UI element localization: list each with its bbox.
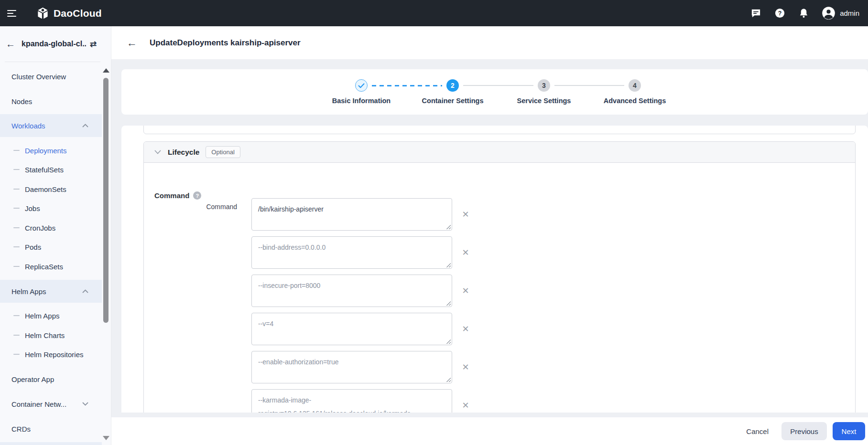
lifecycle-section-header[interactable]: Lifecycle Optional (144, 142, 855, 163)
sidebar-scroll-up-icon[interactable] (103, 68, 109, 73)
previous-button[interactable]: Previous (781, 422, 827, 440)
sidebar-scrollbar-thumb[interactable] (103, 78, 108, 323)
avatar (822, 6, 835, 20)
chevron-up-icon (82, 124, 88, 127)
sidebar-item-cronjobs[interactable]: CronJobs (0, 218, 102, 237)
page-title: UpdateDeployments kairship-apiserver (150, 38, 301, 48)
top-bar: DaoCloud ? (0, 0, 868, 26)
command-input-5[interactable]: --enable-authorization=true (251, 351, 452, 383)
sidebar-item-operator-app[interactable]: Operator App (0, 368, 102, 391)
step-label-basic-information: Basic Information (314, 97, 409, 105)
command-input-wrap: --karmada-image-registry=10.6.135.161/re… (251, 389, 452, 413)
remove-command-3-icon[interactable]: ✕ (460, 286, 471, 296)
optional-badge: Optional (206, 146, 240, 158)
command-input-6[interactable]: --karmada-image-registry=10.6.135.161/re… (251, 389, 452, 413)
lifecycle-section: Lifecycle Optional Command ? Command /bi… (143, 141, 856, 413)
command-input-wrap: --enable-authorization=true (251, 351, 452, 383)
remove-command-1-icon[interactable]: ✕ (460, 209, 471, 220)
cluster-back-icon[interactable]: ← (6, 39, 15, 50)
command-input-wrap: --v=4 (251, 313, 452, 345)
sidebar-item-workloads[interactable]: Workloads (0, 114, 102, 137)
command-input-wrap: --bind-address=0.0.0.0 (251, 236, 452, 269)
command-input-4[interactable]: --v=4 (251, 313, 452, 345)
step-connector (554, 85, 624, 86)
chevron-down-icon (82, 402, 88, 406)
command-group-title: Command ? (154, 191, 201, 200)
sidebar-item-helm-charts[interactable]: Helm Charts (0, 326, 102, 345)
sidebar-item-deployments[interactable]: Deployments (0, 141, 102, 160)
command-row-label: Command (161, 203, 237, 211)
sidebar: ← kpanda-global-cl... ⇄ Cluster Overview… (0, 26, 111, 445)
wizard-footer: Cancel Previous Next (111, 417, 868, 445)
menu-icon[interactable] (0, 0, 23, 26)
brand-name: DaoCloud (54, 8, 102, 19)
page-back-icon[interactable]: ← (127, 37, 137, 49)
chevron-down-icon (154, 150, 161, 154)
svg-text:?: ? (778, 10, 781, 17)
sidebar-cluster-header: ← kpanda-global-cl... ⇄ (0, 26, 111, 62)
sidebar-item-helm-repositories[interactable]: Helm Repositories (0, 345, 102, 364)
sidebar-item-crds[interactable]: CRDs (0, 417, 102, 440)
sidebar-divider (5, 62, 100, 62)
command-input-wrap: --insecure-port=8000 (251, 275, 452, 307)
stepper: 2 3 4 Basic Information Container Settin… (121, 69, 868, 115)
step-connector-done (372, 85, 442, 86)
messages-icon[interactable] (750, 8, 761, 19)
step-4-pending: 4 (629, 79, 641, 92)
cancel-button[interactable]: Cancel (740, 422, 774, 440)
step-label-container-settings: Container Settings (405, 97, 500, 105)
step-connector (463, 85, 533, 86)
sidebar-item-helm-apps-group[interactable]: Helm Apps (0, 280, 102, 303)
command-input-1[interactable]: /bin/kairship-apiserver (251, 198, 452, 231)
sidebar-item-pods[interactable]: Pods (0, 237, 102, 256)
command-input-wrap: /bin/kairship-apiserver (251, 198, 452, 231)
chevron-up-icon (82, 289, 88, 293)
daocloud-logo-icon (36, 7, 49, 20)
username: admin (840, 9, 859, 17)
help-icon[interactable]: ? (774, 8, 785, 19)
next-button[interactable]: Next (833, 422, 865, 440)
remove-command-2-icon[interactable]: ✕ (460, 247, 471, 258)
sidebar-item-cluster-overview[interactable]: Cluster Overview (0, 65, 102, 88)
step-label-service-settings: Service Settings (496, 97, 592, 105)
sidebar-item-statefulsets[interactable]: StatefulSets (0, 160, 102, 179)
remove-command-4-icon[interactable]: ✕ (460, 324, 471, 334)
form-panel: Lifecycle Optional Command ? Command /bi… (121, 126, 868, 413)
sidebar-item-helm-apps[interactable]: Helm Apps (0, 306, 102, 325)
step-2-current: 2 (446, 79, 459, 92)
page-header: ← UpdateDeployments kairship-apiserver (111, 26, 868, 59)
sidebar-item-container-network[interactable]: Container Netw... (0, 392, 102, 415)
sidebar-scroll-down-icon[interactable] (103, 436, 109, 440)
step-1-done-icon (355, 79, 368, 92)
remove-command-6-icon[interactable]: ✕ (460, 400, 471, 411)
brand: DaoCloud (36, 7, 102, 20)
sidebar-item-jobs[interactable]: Jobs (0, 199, 102, 218)
user-menu[interactable]: admin (822, 6, 859, 20)
previous-section-partial (143, 126, 856, 134)
step-3-pending: 3 (538, 79, 550, 92)
sidebar-item-replicasets[interactable]: ReplicaSets (0, 257, 102, 276)
cluster-name: kpanda-global-cl... (22, 40, 86, 48)
command-input-3[interactable]: --insecure-port=8000 (251, 275, 452, 307)
command-input-2[interactable]: --bind-address=0.0.0.0 (251, 236, 452, 269)
notifications-bell-icon[interactable] (798, 8, 809, 19)
sidebar-item-daemonsets[interactable]: DaemonSets (0, 180, 102, 199)
sidebar-partial-row (0, 442, 102, 445)
step-label-advanced-settings: Advanced Settings (587, 97, 683, 105)
sidebar-item-nodes[interactable]: Nodes (0, 90, 102, 113)
cluster-switch-icon[interactable]: ⇄ (90, 39, 97, 49)
command-help-icon[interactable]: ? (193, 191, 201, 200)
lifecycle-section-title: Lifecycle (168, 148, 199, 157)
remove-command-5-icon[interactable]: ✕ (460, 362, 471, 372)
